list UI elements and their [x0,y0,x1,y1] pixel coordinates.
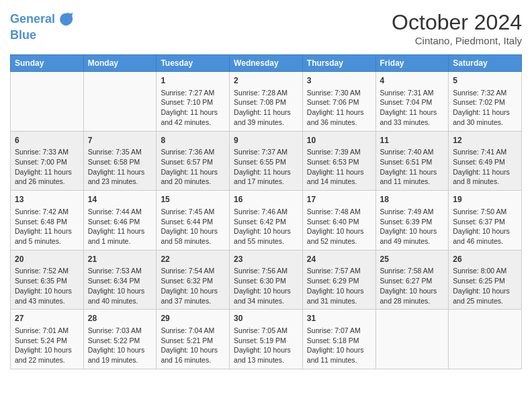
daylight-text: Daylight: 10 hours and 49 minutes. [380,226,445,246]
sunrise-text: Sunrise: 7:32 AM [453,88,517,98]
sunrise-text: Sunrise: 7:41 AM [453,147,517,157]
sunrise-text: Sunrise: 7:52 AM [15,266,79,276]
sunrise-text: Sunrise: 7:40 AM [380,147,445,157]
daylight-text: Daylight: 10 hours and 11 minutes. [307,345,371,365]
sunrise-text: Sunrise: 7:35 AM [88,147,152,157]
daylight-text: Daylight: 10 hours and 28 minutes. [380,286,445,306]
daylight-text: Daylight: 11 hours and 33 minutes. [380,107,445,127]
sunset-text: Sunset: 7:02 PM [453,97,517,107]
day-number: 2 [234,75,298,87]
day-number: 27 [15,313,79,324]
sunrise-text: Sunrise: 7:45 AM [161,207,225,217]
weekday-header-wednesday: Wednesday [230,55,303,72]
sunrise-text: Sunrise: 7:36 AM [161,147,225,157]
calendar-row-0: 1Sunrise: 7:27 AMSunset: 7:10 PMDaylight… [11,72,522,132]
calendar-cell: 22Sunrise: 7:54 AMSunset: 6:32 PMDayligh… [157,250,230,310]
weekday-header-sunday: Sunday [11,55,84,72]
sunset-text: Sunset: 6:49 PM [453,157,517,167]
daylight-text: Daylight: 10 hours and 43 minutes. [15,286,79,306]
sunset-text: Sunset: 7:10 PM [161,97,225,107]
sunrise-text: Sunrise: 7:57 AM [307,266,371,276]
sunrise-text: Sunrise: 7:46 AM [234,207,298,217]
sunrise-text: Sunrise: 7:33 AM [15,147,79,157]
daylight-text: Daylight: 10 hours and 34 minutes. [234,286,298,306]
sunset-text: Sunset: 6:44 PM [161,217,225,227]
calendar-cell: 25Sunrise: 7:58 AMSunset: 6:27 PMDayligh… [375,250,449,310]
sunset-text: Sunset: 5:19 PM [234,336,298,346]
calendar-row-4: 27Sunrise: 7:01 AMSunset: 5:24 PMDayligh… [11,310,522,369]
daylight-text: Daylight: 10 hours and 13 minutes. [234,345,298,365]
daylight-text: Daylight: 11 hours and 30 minutes. [453,107,517,127]
calendar-cell: 12Sunrise: 7:41 AMSunset: 6:49 PMDayligh… [449,131,522,191]
sunrise-text: Sunrise: 7:30 AM [307,88,371,98]
weekday-header-row: SundayMondayTuesdayWednesdayThursdayFrid… [11,55,522,72]
daylight-text: Daylight: 10 hours and 37 minutes. [161,286,225,306]
day-number: 9 [234,135,298,146]
sunrise-text: Sunrise: 8:00 AM [453,266,517,276]
sunset-text: Sunset: 6:37 PM [453,217,517,227]
day-number: 4 [380,75,445,87]
calendar-row-2: 13Sunrise: 7:42 AMSunset: 6:48 PMDayligh… [11,191,522,250]
calendar-row-3: 20Sunrise: 7:52 AMSunset: 6:35 PMDayligh… [11,250,522,310]
day-number: 18 [380,194,445,205]
logo-text-blue: Blue [10,29,75,42]
calendar-cell: 4Sunrise: 7:31 AMSunset: 7:04 PMDaylight… [375,72,449,132]
calendar-cell: 2Sunrise: 7:28 AMSunset: 7:08 PMDaylight… [230,72,303,132]
calendar-row-1: 6Sunrise: 7:33 AMSunset: 7:00 PMDaylight… [11,131,522,191]
location: Cintano, Piedmont, Italy [392,35,522,46]
daylight-text: Daylight: 11 hours and 5 minutes. [15,226,79,246]
sunset-text: Sunset: 6:40 PM [307,217,371,227]
day-number: 11 [380,135,445,146]
calendar-cell: 15Sunrise: 7:45 AMSunset: 6:44 PMDayligh… [157,191,230,250]
calendar-cell: 29Sunrise: 7:04 AMSunset: 5:21 PMDayligh… [157,310,230,369]
daylight-text: Daylight: 10 hours and 52 minutes. [307,226,371,246]
calendar-cell: 14Sunrise: 7:44 AMSunset: 6:46 PMDayligh… [83,191,157,250]
sunset-text: Sunset: 6:58 PM [88,157,152,167]
sunrise-text: Sunrise: 7:49 AM [380,207,445,217]
calendar-cell [375,310,449,369]
sunset-text: Sunset: 6:39 PM [380,217,445,227]
calendar-cell: 31Sunrise: 7:07 AMSunset: 5:18 PMDayligh… [302,310,375,369]
sunset-text: Sunset: 6:27 PM [380,276,445,286]
day-number: 19 [453,194,517,205]
weekday-header-tuesday: Tuesday [157,55,230,72]
day-number: 15 [161,194,225,205]
calendar-cell: 28Sunrise: 7:03 AMSunset: 5:22 PMDayligh… [83,310,157,369]
sunset-text: Sunset: 6:53 PM [307,157,371,167]
weekday-header-monday: Monday [83,55,157,72]
sunset-text: Sunset: 6:57 PM [161,157,225,167]
calendar-cell: 11Sunrise: 7:40 AMSunset: 6:51 PMDayligh… [375,131,449,191]
day-number: 7 [88,135,152,146]
sunset-text: Sunset: 6:42 PM [234,217,298,227]
daylight-text: Daylight: 10 hours and 58 minutes. [161,226,225,246]
sunset-text: Sunset: 5:21 PM [161,336,225,346]
calendar-cell: 24Sunrise: 7:57 AMSunset: 6:29 PMDayligh… [302,250,375,310]
calendar-cell: 30Sunrise: 7:05 AMSunset: 5:19 PMDayligh… [230,310,303,369]
sunset-text: Sunset: 6:35 PM [15,276,79,286]
sunset-text: Sunset: 5:22 PM [88,336,152,346]
sunrise-text: Sunrise: 7:44 AM [88,207,152,217]
sunset-text: Sunset: 6:48 PM [15,217,79,227]
day-number: 29 [161,313,225,324]
logo-icon [56,10,75,29]
month-title: October 2024 [392,10,522,35]
daylight-text: Daylight: 11 hours and 1 minute. [88,226,152,246]
calendar-cell: 6Sunrise: 7:33 AMSunset: 7:00 PMDaylight… [11,131,84,191]
day-number: 13 [15,194,79,205]
sunset-text: Sunset: 6:34 PM [88,276,152,286]
sunrise-text: Sunrise: 7:03 AM [88,326,152,336]
calendar-cell: 1Sunrise: 7:27 AMSunset: 7:10 PMDaylight… [157,72,230,132]
day-number: 10 [307,135,371,146]
title-block: October 2024 Cintano, Piedmont, Italy [392,10,522,46]
day-number: 16 [234,194,298,205]
sunrise-text: Sunrise: 7:58 AM [380,266,445,276]
calendar-cell: 10Sunrise: 7:39 AMSunset: 6:53 PMDayligh… [302,131,375,191]
day-number: 30 [234,313,298,324]
sunrise-text: Sunrise: 7:05 AM [234,326,298,336]
sunset-text: Sunset: 6:25 PM [453,276,517,286]
sunrise-text: Sunrise: 7:04 AM [161,326,225,336]
daylight-text: Daylight: 10 hours and 55 minutes. [234,226,298,246]
day-number: 3 [307,75,371,87]
daylight-text: Daylight: 10 hours and 46 minutes. [453,226,517,246]
calendar-cell: 20Sunrise: 7:52 AMSunset: 6:35 PMDayligh… [11,250,84,310]
